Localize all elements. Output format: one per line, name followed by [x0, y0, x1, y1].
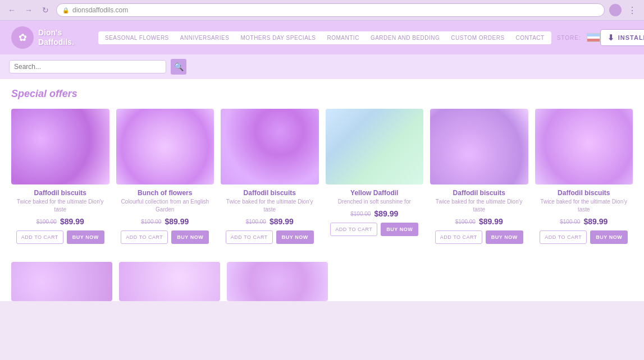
install-button[interactable]: ⬇ INSTALL	[600, 29, 644, 46]
lock-icon: 🔒	[62, 7, 69, 13]
product-name-6: Daffodil biscuits	[535, 189, 633, 197]
back-button[interactable]: ←	[6, 4, 18, 16]
price-original-1: $100.00	[36, 219, 57, 225]
product-desc-3: Twice baked for the ultimate Dion'y tast…	[221, 198, 319, 214]
add-to-cart-5[interactable]: ADD TO CART	[435, 230, 482, 244]
main-content: Special offers Daffodil biscuits Twice b…	[0, 79, 644, 253]
price-sale-2: $89.99	[165, 217, 189, 226]
logo-icon: ✿	[11, 26, 34, 49]
action-row-2: ADD TO CART BUY NOW	[116, 230, 214, 244]
nav-anniversaries[interactable]: ANNIVERSARIES	[180, 35, 230, 41]
price-original-5: $100.00	[455, 219, 476, 225]
price-row-5: $100.00 $89.99	[430, 217, 528, 226]
action-row-1: ADD TO CART BUY NOW	[11, 230, 109, 244]
product-card-1: Daffodil biscuits Twice baked for the ul…	[11, 109, 109, 244]
buy-now-3[interactable]: BUY NOW	[276, 230, 314, 244]
price-row-6: $100.00 $89.99	[535, 217, 633, 226]
teaser-card-1	[11, 262, 112, 301]
nav-seasonal-flowers[interactable]: SEASONAL FLOWERS	[105, 35, 169, 41]
store-area: STORE:	[557, 33, 600, 42]
nav-menu: SEASONAL FLOWERS ANNIVERSARIES MOTHERS D…	[98, 31, 551, 44]
product-card-2: Bunch of flowers Colourful collection fr…	[116, 109, 214, 244]
product-desc-1: Twice baked for the ultimate Dion'y tast…	[11, 198, 109, 214]
product-image-2	[116, 109, 214, 184]
nav-garden-bedding[interactable]: GARDEN AND BEDDING	[371, 35, 440, 41]
price-original-3: $100.00	[246, 219, 266, 225]
product-desc-5: Twice baked for the ultimate Dion'y tast…	[430, 198, 528, 214]
buy-now-2[interactable]: BUY NOW	[171, 230, 209, 244]
buy-now-5[interactable]: BUY NOW	[486, 230, 523, 244]
product-card-6: Daffodil biscuits Twice baked for the ul…	[535, 109, 633, 244]
product-name-4: Yellow Daffodil	[326, 189, 424, 197]
price-row-1: $100.00 $89.99	[11, 217, 109, 226]
action-row-4: ADD TO CART BUY NOW	[326, 223, 424, 236]
section-title: Special offers	[11, 88, 633, 100]
product-name-5: Daffodil biscuits	[430, 189, 528, 197]
products-grid: Daffodil biscuits Twice baked for the ul…	[11, 109, 633, 244]
price-sale-1: $89.99	[60, 217, 84, 226]
product-image-6	[535, 109, 633, 184]
store-label: STORE:	[557, 35, 581, 41]
product-card-4: Yellow Daffodil Drenched in soft sunshin…	[326, 109, 424, 244]
add-to-cart-4[interactable]: ADD TO CART	[330, 223, 377, 236]
product-desc-6: Twice baked for the ultimate Dion'y tast…	[535, 198, 633, 214]
flag-icon	[587, 33, 600, 42]
address-bar[interactable]: 🔒 dionsdaffodils.com	[56, 3, 605, 17]
product-name-3: Daffodil biscuits	[221, 189, 319, 197]
price-sale-4: $89.99	[374, 209, 398, 218]
search-button[interactable]: 🔍	[171, 59, 186, 75]
nav-mothers-day[interactable]: MOTHERS DAY SPECIALS	[240, 35, 316, 41]
nav-romantic[interactable]: ROMANTIC	[327, 35, 359, 41]
browser-chrome: ← → ↻ 🔒 dionsdaffodils.com ⋮	[0, 0, 644, 21]
price-original-4: $100.00	[350, 211, 371, 217]
price-sale-3: $89.99	[270, 217, 294, 226]
forward-button[interactable]: →	[22, 4, 35, 16]
reload-button[interactable]: ↻	[39, 4, 52, 16]
product-image-1	[11, 109, 109, 184]
price-sale-5: $89.99	[479, 217, 503, 226]
buy-now-4[interactable]: BUY NOW	[381, 223, 418, 236]
product-card-3: Daffodil biscuits Twice baked for the ul…	[221, 109, 319, 244]
price-row-3: $100.00 $89.99	[221, 217, 319, 226]
browser-menu-button[interactable]: ⋮	[626, 4, 638, 16]
price-original-2: $100.00	[141, 219, 161, 225]
price-row-2: $100.00 $89.99	[116, 217, 214, 226]
teaser-card-2	[119, 262, 220, 301]
download-icon: ⬇	[608, 33, 615, 42]
product-image-4	[326, 109, 424, 184]
address-text: dionsdaffodils.com	[72, 6, 128, 14]
product-name-2: Bunch of flowers	[116, 189, 214, 197]
action-row-6: ADD TO CART BUY NOW	[535, 230, 633, 244]
product-card-5: Daffodil biscuits Twice baked for the ul…	[430, 109, 528, 244]
nav-custom-orders[interactable]: CUSTOM ORDERS	[451, 35, 504, 41]
add-to-cart-2[interactable]: ADD TO CART	[121, 230, 168, 244]
buy-now-1[interactable]: BUY NOW	[67, 230, 104, 244]
site-header: ✿ Dion's Daffodils. SEASONAL FLOWERS ANN…	[0, 21, 644, 54]
product-desc-4: Drenched in soft sunshine for	[326, 198, 424, 206]
price-row-4: $100.00 $89.99	[326, 209, 424, 218]
product-desc-2: Colourful collection from an English Gar…	[116, 198, 214, 214]
action-row-5: ADD TO CART BUY NOW	[430, 230, 528, 244]
buy-now-6[interactable]: BUY NOW	[590, 230, 628, 244]
add-to-cart-1[interactable]: ADD TO CART	[16, 230, 63, 244]
action-row-3: ADD TO CART BUY NOW	[221, 230, 319, 244]
price-sale-6: $89.99	[583, 217, 608, 226]
teaser-card-3	[227, 262, 328, 301]
product-image-5	[430, 109, 528, 184]
search-bar-area: 🔍	[0, 54, 644, 79]
logo-area: ✿ Dion's Daffodils.	[11, 26, 98, 49]
search-icon: 🔍	[174, 62, 184, 71]
bottom-teaser	[0, 253, 644, 301]
add-to-cart-3[interactable]: ADD TO CART	[226, 230, 273, 244]
logo-text: Dion's Daffodils.	[38, 28, 74, 47]
profile-circle	[609, 4, 622, 16]
search-input[interactable]	[14, 63, 161, 71]
product-name-1: Daffodil biscuits	[11, 189, 109, 197]
nav-contact[interactable]: CONTACT	[516, 35, 545, 41]
add-to-cart-6[interactable]: ADD TO CART	[540, 230, 587, 244]
product-image-3	[221, 109, 319, 184]
search-input-wrap	[9, 60, 166, 73]
price-original-6: $100.00	[560, 219, 580, 225]
